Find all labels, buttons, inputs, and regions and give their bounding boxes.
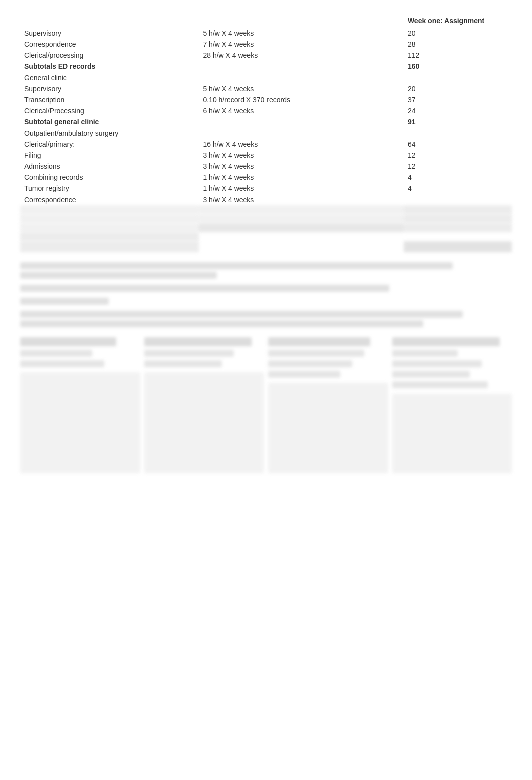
table-row: Combining records 1 h/w X 4 weeks 4	[20, 172, 512, 183]
blurred-value	[404, 241, 512, 252]
table-row: Clerical/processing 28 h/w X 4 weeks 112	[20, 50, 512, 61]
blurred-row	[20, 223, 512, 232]
row-label: Clerical/Processing	[20, 105, 199, 116]
row-label: Clerical/primary:	[20, 139, 199, 150]
blurred-label	[20, 223, 199, 232]
row-formula: 1 h/w X 4 weeks	[199, 183, 403, 194]
blurred-row	[20, 205, 512, 214]
row-formula: 7 h/w X 4 weeks	[199, 39, 403, 50]
row-value: 64	[404, 139, 512, 150]
section-header-row: Outpatient/ambulatory surgery	[20, 127, 512, 139]
section-formula	[199, 127, 403, 139]
blurred-value	[404, 223, 512, 232]
col2-header	[199, 15, 403, 28]
subtotal-row: Subtotal general clinic 91	[20, 116, 512, 127]
row-formula: 3 h/w X 4 weeks	[199, 150, 403, 161]
table-row: Clerical/primary: 16 h/w X 4 weeks 64	[20, 139, 512, 150]
row-label: Correspondence	[20, 39, 199, 50]
section-header-row: General clinic	[20, 72, 512, 83]
row-label: Correspondence	[20, 194, 199, 205]
table-row: Clerical/Processing 6 h/w X 4 weeks 24	[20, 105, 512, 116]
row-formula: 28 h/w X 4 weeks	[199, 50, 403, 61]
blurred-formula	[199, 214, 403, 223]
section-label: Outpatient/ambulatory surgery	[20, 127, 199, 139]
grid-col-2	[144, 337, 264, 473]
blurred-paragraph-3	[20, 298, 512, 305]
row-value: 12	[404, 161, 512, 172]
row-value	[404, 194, 512, 205]
row-value: 37	[404, 94, 512, 105]
blurred-paragraph-4	[20, 311, 512, 327]
row-value: 20	[404, 28, 512, 39]
row-formula: 16 h/w X 4 weeks	[199, 139, 403, 150]
row-formula: 1 h/w X 4 weeks	[199, 172, 403, 183]
row-formula: 0.10 h/record X 370 records	[199, 94, 403, 105]
subtotal-label: Subtotals ED records	[20, 61, 199, 72]
table-row: Supervisory 5 h/w X 4 weeks 20	[20, 28, 512, 39]
grid-col-4	[392, 337, 512, 473]
table-row: Correspondence 7 h/w X 4 weeks 28	[20, 39, 512, 50]
row-formula: 5 h/w X 4 weeks	[199, 28, 403, 39]
section-value	[404, 72, 512, 83]
grid-col-1	[20, 337, 140, 473]
blurred-row	[20, 232, 512, 241]
col3-header: Week one: Assignment	[404, 15, 512, 28]
blurred-label	[20, 232, 199, 241]
row-formula: 3 h/w X 4 weeks	[199, 194, 403, 205]
section-label: General clinic	[20, 72, 199, 83]
blurred-value	[404, 232, 512, 241]
blurred-value	[404, 205, 512, 214]
row-label: Filing	[20, 150, 199, 161]
row-label: Combining records	[20, 172, 199, 183]
row-value: 28	[404, 39, 512, 50]
table-row: Transcription 0.10 h/record X 370 record…	[20, 94, 512, 105]
blurred-value	[404, 214, 512, 223]
subtotal-value: 91	[404, 116, 512, 127]
row-label: Tumor registry	[20, 183, 199, 194]
row-label: Supervisory	[20, 83, 199, 94]
blurred-formula	[199, 223, 403, 232]
row-value: 4	[404, 172, 512, 183]
table-row: Tumor registry 1 h/w X 4 weeks 4	[20, 183, 512, 194]
blurred-formula	[199, 241, 403, 252]
subtotal-formula	[199, 61, 403, 72]
blurred-paragraph-2	[20, 285, 512, 292]
blurred-label	[20, 241, 199, 252]
row-formula: 3 h/w X 4 weeks	[199, 161, 403, 172]
section-formula	[199, 72, 403, 83]
row-value: 24	[404, 105, 512, 116]
subtotal-row: Subtotals ED records 160	[20, 61, 512, 72]
blurred-row	[20, 241, 512, 252]
col1-header	[20, 15, 199, 28]
row-value: 12	[404, 150, 512, 161]
row-label: Transcription	[20, 94, 199, 105]
blurred-bottom-grid	[20, 337, 512, 473]
table-row: Admissions 3 h/w X 4 weeks 12	[20, 161, 512, 172]
assignment-table: Week one: Assignment Supervisory 5 h/w X…	[20, 15, 512, 252]
subtotal-formula	[199, 116, 403, 127]
row-value: 20	[404, 83, 512, 94]
blurred-paragraph-1	[20, 262, 512, 279]
blurred-label	[20, 205, 199, 214]
subtotal-label: Subtotal general clinic	[20, 116, 199, 127]
blurred-row	[20, 214, 512, 223]
blurred-formula	[199, 232, 403, 241]
row-label: Clerical/processing	[20, 50, 199, 61]
row-value: 4	[404, 183, 512, 194]
row-formula: 6 h/w X 4 weeks	[199, 105, 403, 116]
grid-col-3	[268, 337, 388, 473]
table-row: Filing 3 h/w X 4 weeks 12	[20, 150, 512, 161]
row-value: 112	[404, 50, 512, 61]
blurred-formula	[199, 205, 403, 214]
subtotal-value: 160	[404, 61, 512, 72]
blurred-label	[20, 214, 199, 223]
table-row: Correspondence 3 h/w X 4 weeks	[20, 194, 512, 205]
section-value	[404, 127, 512, 139]
table-row: Supervisory 5 h/w X 4 weeks 20	[20, 83, 512, 94]
row-formula: 5 h/w X 4 weeks	[199, 83, 403, 94]
row-label: Supervisory	[20, 28, 199, 39]
row-label: Admissions	[20, 161, 199, 172]
